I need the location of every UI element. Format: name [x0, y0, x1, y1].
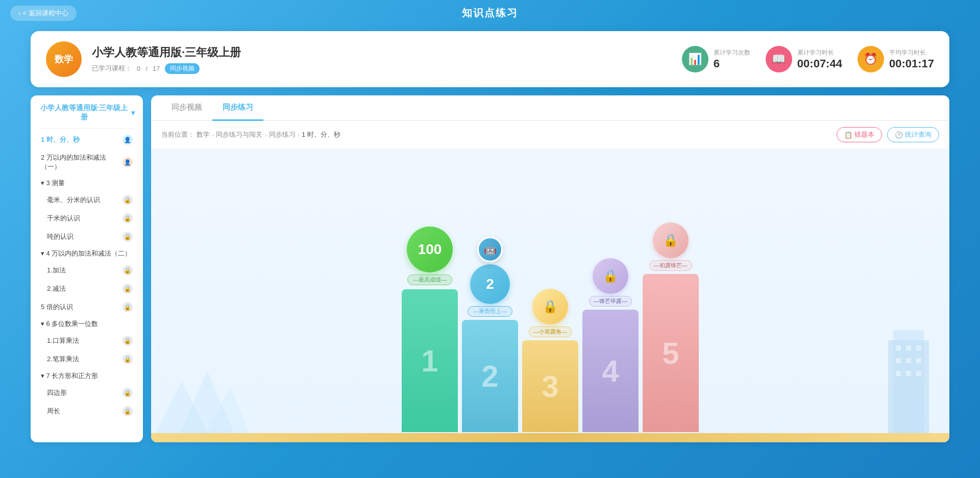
subject-badge: 数学 [46, 41, 82, 77]
podium-container: 100 —最高成绩— 1 🤖 [161, 159, 939, 432]
podium-col-1[interactable]: 100 —最高成绩— 1 [402, 227, 458, 432]
statistics-icon: 🕐 [895, 131, 903, 139]
podium-num-5: 5 [662, 336, 679, 371]
person-icon-orange: 👤 [122, 157, 133, 167]
sidebar-item-4-2[interactable]: 2.减法 🔒 [39, 280, 135, 298]
level-area: 100 —最高成绩— 1 🤖 [151, 149, 949, 442]
lock-icon-1: 🔒 [122, 195, 133, 205]
stat-text-avg: 平均学习时长 00:01:17 [889, 48, 934, 70]
lock-icon-level3: 🔒 [532, 289, 568, 324]
svg-rect-12 [906, 371, 911, 376]
breadcrumb-bar: 当前位置： 数学 › 同步练习与闯关 › 同步练习 › 1 时、分、秒 📋 错题… [151, 121, 949, 149]
svg-rect-9 [906, 358, 911, 363]
svg-rect-13 [916, 371, 921, 376]
back-label: < 返回课程中心 [22, 9, 68, 18]
stat-value-total: 00:07:44 [797, 57, 842, 70]
stat-label-avg: 平均学习时长 [889, 48, 934, 57]
podium-col-2[interactable]: 🤖 2 —乘势而上— 2 [462, 237, 518, 432]
svg-rect-5 [896, 345, 901, 350]
svg-rect-6 [906, 345, 911, 350]
svg-rect-10 [916, 358, 921, 363]
sidebar-section-6: ▾ 6 多位数乘一位数 [39, 316, 135, 332]
stat-icon-avg: ⏰ [857, 46, 884, 72]
score-100: 100 [418, 242, 442, 257]
course-progress: 已学习课程： 0 / 17 同步视频 [92, 63, 672, 74]
tab-sync-exercise[interactable]: 同步练习 [212, 95, 263, 121]
lock-icon-10: 🔒 [122, 406, 133, 416]
breadcrumb-sep-2: › [264, 131, 266, 139]
score-label-3: —小荷露角— [529, 326, 572, 337]
stats-area: 📊 累计学习次数 6 📖 累计学习时长 00:07:44 ⏰ 平均学习时长 00… [682, 46, 934, 72]
sidebar-item-4-1[interactable]: 1.加法 🔒 [39, 261, 135, 280]
podium-num-3: 3 [542, 369, 558, 404]
podium-base-ground [151, 433, 949, 442]
breadcrumb-sep-1: › [212, 131, 214, 139]
lock-icon-5: 🔒 [122, 284, 133, 294]
top-bar: ‹ < 返回课程中心 知识点练习 [0, 0, 980, 26]
tab-sync-video[interactable]: 同步视频 [161, 95, 212, 121]
breadcrumb-item-3: 同步练习 [269, 130, 296, 139]
sidebar-item-7-2[interactable]: 周长 🔒 [39, 402, 135, 420]
progress-label: 已学习课程： [92, 64, 132, 73]
progress-total: 17 [153, 65, 160, 72]
lock-icon-4: 🔒 [122, 265, 133, 275]
sync-video-badge: 同步视频 [165, 63, 200, 74]
stat-label-total: 累计学习时长 [797, 48, 842, 57]
sidebar-item-3-1[interactable]: 毫米、分米的认识 🔒 [39, 191, 135, 209]
lock-icon-level4: 🔒 [593, 258, 628, 294]
statistics-button[interactable]: 🕐 统计查询 [887, 127, 939, 142]
podium-num-1: 1 [421, 343, 438, 379]
sidebar-item-7-1[interactable]: 四边形 🔒 [39, 384, 135, 402]
podium-block-3[interactable]: 3 [522, 340, 578, 432]
breadcrumb-item-2: 同步练习与闯关 [216, 130, 262, 139]
sidebar-item-3-2[interactable]: 千米的认识 🔒 [39, 209, 135, 228]
stat-text-total: 累计学习时长 00:07:44 [797, 48, 842, 70]
lock-icon-6: 🔒 [122, 302, 133, 312]
podium-col-3[interactable]: 🔒 —小荷露角— 3 [522, 289, 578, 432]
chevron-down-icon: ▾ [131, 109, 135, 117]
podium-col-5[interactable]: 🔒 —初露锋芒— 5 [643, 222, 699, 432]
svg-rect-8 [896, 358, 901, 363]
stat-text-count: 累计学习次数 6 [714, 48, 750, 70]
sidebar-item-6-1[interactable]: 1.口算乘法 🔒 [39, 332, 135, 350]
podium-block-1[interactable]: 1 [402, 289, 458, 432]
stat-icon-count: 📊 [682, 46, 708, 72]
breadcrumb-actions: 📋 错题本 🕐 统计查询 [837, 127, 939, 142]
breadcrumb-prefix: 当前位置： [161, 130, 194, 139]
level-2-num: 2 [486, 277, 494, 291]
bg-mountains [151, 340, 253, 442]
podium-col-4[interactable]: 🔒 —锋芒毕露— 4 [582, 258, 639, 432]
breadcrumb: 当前位置： 数学 › 同步练习与闯关 › 同步练习 › 1 时、分、秒 [161, 130, 340, 139]
robot-icon: 🤖 [477, 237, 503, 262]
page-title: 知识点练习 [462, 6, 518, 20]
podium-block-5[interactable]: 5 [643, 274, 699, 432]
sidebar-item-2[interactable]: 2 万以内的加法和减法（一） 👤 [39, 149, 135, 175]
sidebar-header: 小学人教等通用版·三年级上册 ▾ [39, 104, 135, 126]
podium-block-4[interactable]: 4 [582, 310, 639, 432]
lock-icon-9: 🔒 [122, 388, 133, 398]
progress-sep: / [145, 65, 148, 72]
sidebar-item-3-3[interactable]: 吨的认识 🔒 [39, 228, 135, 246]
person-icon-blue: 👤 [122, 135, 133, 145]
stat-study-count: 📊 累计学习次数 6 [682, 46, 750, 72]
stat-icon-total: 📖 [766, 46, 792, 72]
score-label-1: —最高成绩— [407, 274, 452, 285]
lock-icon-7: 🔒 [122, 336, 133, 346]
back-button[interactable]: ‹ < 返回课程中心 [10, 6, 77, 21]
error-book-button[interactable]: 📋 错题本 [837, 127, 882, 142]
stat-label-count: 累计学习次数 [714, 48, 750, 57]
stat-value-count: 6 [714, 57, 750, 70]
sidebar: 小学人教等通用版·三年级上册 ▾ 1 时、分、秒 👤 2 万以内的加法和减法（一… [31, 95, 143, 442]
podium-block-2[interactable]: 2 [462, 320, 518, 432]
score-label-5: —初露锋芒— [649, 260, 692, 271]
right-panel: 同步视频 同步练习 当前位置： 数学 › 同步练习与闯关 › 同步练习 › 1 … [151, 95, 949, 442]
svg-rect-7 [916, 345, 921, 350]
svg-rect-11 [896, 371, 901, 376]
breadcrumb-item-1: 数学 [197, 130, 210, 139]
sidebar-item-6-2[interactable]: 2.笔算乘法 🔒 [39, 350, 135, 368]
sidebar-item-5[interactable]: 5 倍的认识 🔒 [39, 298, 135, 316]
course-info: 小学人教等通用版·三年级上册 已学习课程： 0 / 17 同步视频 [92, 45, 672, 74]
stat-value-avg: 00:01:17 [889, 57, 934, 70]
course-card: 数学 小学人教等通用版·三年级上册 已学习课程： 0 / 17 同步视频 📊 累… [31, 31, 949, 87]
sidebar-item-1[interactable]: 1 时、分、秒 👤 [39, 131, 135, 149]
